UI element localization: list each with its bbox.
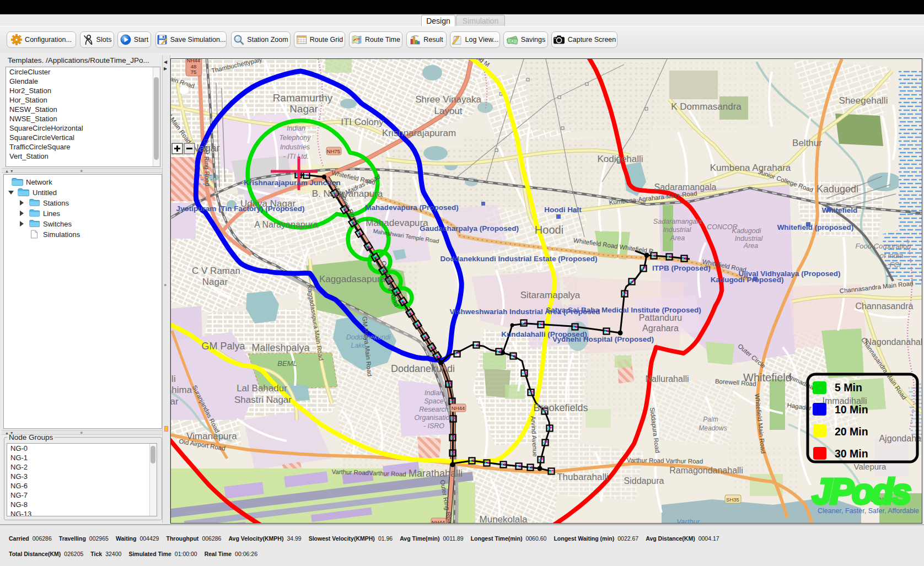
svg-text:Munekolala: Munekolala bbox=[480, 514, 528, 523]
svg-text:Organisation: Organisation bbox=[415, 414, 454, 422]
svg-text:Vydhehi Hospital (Proposed): Vydhehi Hospital (Proposed) bbox=[552, 335, 654, 343]
svg-text:Agrahara: Agrahara bbox=[642, 324, 679, 333]
svg-text:5 Min: 5 Min bbox=[835, 381, 862, 393]
svg-text:Kadugodi: Kadugodi bbox=[816, 184, 858, 195]
svg-text:Palm: Palm bbox=[703, 416, 718, 423]
svg-text:ITI Colony: ITI Colony bbox=[341, 117, 384, 127]
svg-text:Whitefield: Whitefield bbox=[822, 206, 858, 214]
svg-text:10 Min: 10 Min bbox=[835, 403, 868, 416]
svg-text:Channasandra: Channasandra bbox=[856, 301, 914, 311]
svg-text:C V Raman: C V Raman bbox=[192, 266, 240, 276]
svg-text:NH44: NH44 bbox=[432, 519, 445, 523]
svg-text:Industries: Industries bbox=[280, 143, 310, 151]
svg-text:Siddapura: Siddapura bbox=[624, 476, 664, 486]
svg-text:Thubarahalli: Thubarahalli bbox=[557, 472, 609, 482]
svg-text:Food Corporation: Food Corporation bbox=[855, 242, 911, 250]
svg-text:- ISRO: - ISRO bbox=[423, 422, 444, 430]
svg-text:30 Min: 30 Min bbox=[835, 448, 868, 460]
svg-text:Research: Research bbox=[419, 406, 449, 413]
svg-text:Kodigehalli: Kodigehalli bbox=[597, 154, 643, 164]
svg-text:Brookefields: Brookefields bbox=[533, 402, 588, 413]
svg-text:Sadaramangala: Sadaramangala bbox=[654, 182, 717, 192]
svg-text:Kumbena Agrahara: Kumbena Agrahara bbox=[710, 163, 791, 173]
svg-text:Ramamurthy: Ramamurthy bbox=[273, 92, 333, 104]
svg-text:75: 75 bbox=[191, 69, 197, 75]
svg-text:Industrial: Industrial bbox=[663, 226, 692, 234]
svg-text:Krishnarajapuram Junction: Krishnarajapuram Junction bbox=[244, 179, 341, 187]
svg-text:BEML: BEML bbox=[277, 359, 297, 368]
svg-text:Sadaramangala: Sadaramangala bbox=[653, 218, 702, 225]
svg-text:Nagar: Nagar bbox=[289, 103, 318, 115]
svg-text:Pattanduru: Pattanduru bbox=[639, 313, 682, 322]
svg-text:Nallurahalli: Nallurahalli bbox=[645, 374, 689, 384]
svg-text:A Narayanapura: A Narayanapura bbox=[254, 220, 318, 229]
svg-text:Marathahalli: Marathahalli bbox=[409, 468, 463, 479]
svg-text:Indian: Indian bbox=[287, 125, 305, 132]
svg-text:Belthur: Belthur bbox=[792, 138, 822, 148]
svg-text:SH35: SH35 bbox=[726, 497, 739, 503]
svg-text:NH75: NH75 bbox=[327, 148, 340, 154]
svg-text:GM Palya: GM Palya bbox=[201, 341, 245, 352]
svg-text:Shastri Nagar: Shastri Nagar bbox=[234, 395, 292, 405]
svg-text:Kadugodi: Kadugodi bbox=[732, 227, 762, 235]
svg-text:Doddanekundi: Doddanekundi bbox=[391, 363, 455, 374]
svg-text:- ITI Ltd.: - ITI Ltd. bbox=[283, 153, 309, 160]
svg-text:Area: Area bbox=[743, 242, 758, 250]
svg-text:Lal Bahadur: Lal Bahadur bbox=[237, 383, 287, 393]
svg-text:NH44: NH44 bbox=[187, 59, 200, 63]
svg-text:Telephony: Telephony bbox=[279, 134, 311, 142]
svg-text:NH44: NH44 bbox=[452, 405, 465, 411]
svg-text:ar: ar bbox=[171, 396, 179, 407]
svg-text:Whitefield (proposed): Whitefield (proposed) bbox=[777, 223, 854, 231]
svg-text:Doddanekkundi Industrial Estat: Doddanekkundi Industrial Estate (Propose… bbox=[440, 255, 597, 263]
svg-text:Kaggadasapura: Kaggadasapura bbox=[319, 274, 386, 284]
svg-text:Meadows: Meadows bbox=[699, 424, 727, 432]
svg-text:ITPB (Proposed): ITPB (Proposed) bbox=[652, 264, 711, 272]
svg-text:Sitaramapalya: Sitaramapalya bbox=[520, 290, 581, 300]
svg-text:K Dommasandra: K Dommasandra bbox=[671, 101, 742, 112]
svg-text:of India: of India bbox=[880, 251, 904, 260]
svg-text:Shree Vinayaka: Shree Vinayaka bbox=[415, 94, 481, 105]
svg-text:lli: lli bbox=[171, 374, 176, 384]
svg-text:Malleshpalya: Malleshpalya bbox=[251, 342, 310, 353]
svg-text:Ajgondahalli: Ajgondahalli bbox=[879, 434, 922, 443]
svg-text:JPods: JPods bbox=[812, 472, 910, 511]
svg-text:Mahadevapura (Proposed): Mahadevapura (Proposed) bbox=[365, 203, 459, 212]
svg-text:Nagondanahalli: Nagondanahalli bbox=[865, 337, 922, 347]
svg-text:Area: Area bbox=[670, 234, 685, 242]
svg-text:Hoodi Halt: Hoodi Halt bbox=[544, 206, 582, 214]
svg-text:Layout: Layout bbox=[434, 106, 462, 116]
svg-text:Space: Space bbox=[424, 397, 443, 405]
svg-text:Nagar: Nagar bbox=[202, 277, 228, 287]
svg-text:Varthur Road Varthur Road: Varthur Road Varthur Road bbox=[627, 457, 703, 465]
svg-text:Industrial: Industrial bbox=[735, 235, 764, 242]
svg-text:Ujjval Vidhyalaya (Proposed): Ujjval Vidhyalaya (Proposed) bbox=[738, 269, 840, 278]
svg-text:Sheegehalli: Sheegehalli bbox=[839, 95, 888, 106]
svg-text:Jyotipuram (Tin Factory) (Prop: Jyotipuram (Tin Factory) (Proposed) bbox=[176, 204, 304, 213]
svg-text:Krishnarajapuram: Krishnarajapuram bbox=[382, 128, 456, 138]
svg-text:Cleaner, Faster, Safer, Afford: Cleaner, Faster, Safer, Affordable bbox=[818, 507, 919, 515]
svg-text:Varthur: Varthur bbox=[676, 518, 700, 523]
svg-text:Indian: Indian bbox=[425, 389, 443, 397]
svg-text:- FCI: - FCI bbox=[885, 261, 901, 269]
svg-text:Valepura: Valepura bbox=[854, 462, 887, 471]
svg-text:Ramagondanahalli: Ramagondanahalli bbox=[669, 466, 743, 475]
svg-text:Satya Sai Baba Medical Institu: Satya Sai Baba Medical Institute (Propos… bbox=[546, 306, 701, 314]
svg-text:Hoodi: Hoodi bbox=[535, 224, 563, 236]
svg-text:Gaudacharpalya (Proposed): Gaudacharpalya (Proposed) bbox=[420, 224, 519, 233]
svg-text:20 Min: 20 Min bbox=[835, 425, 868, 438]
svg-text:Bhima: Bhima bbox=[171, 385, 192, 395]
